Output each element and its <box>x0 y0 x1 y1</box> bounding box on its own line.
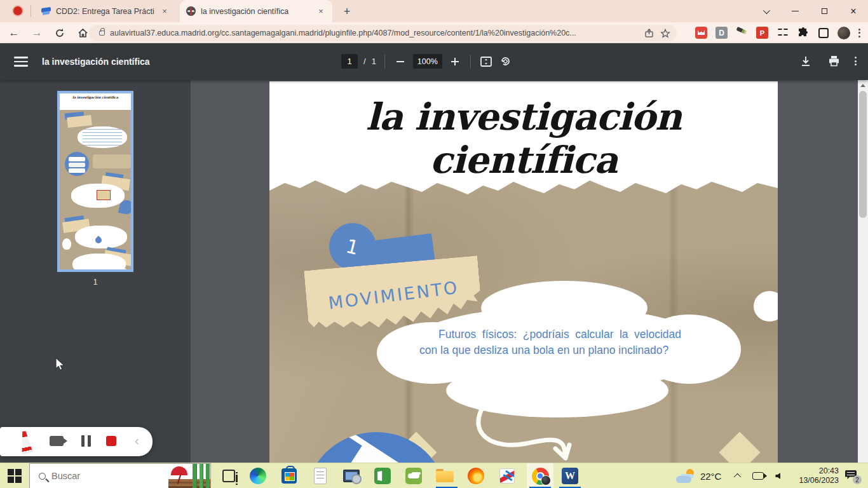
search-input[interactable] <box>51 471 147 481</box>
browser-tab-strip: CDD2: Entrega Tarea Práctica 5 - × la in… <box>0 0 868 22</box>
chevron-up-icon <box>734 473 741 480</box>
clock[interactable]: 20:43 13/06/2023 <box>799 466 839 485</box>
rotate-button[interactable] <box>499 55 513 69</box>
divider <box>470 55 471 69</box>
taskbar-store[interactable] <box>280 467 298 485</box>
taskbar-search[interactable] <box>29 463 211 488</box>
chevron-down-icon <box>763 6 770 13</box>
file-explorer-icon <box>436 469 454 483</box>
meet-now-button[interactable] <box>752 472 764 480</box>
reload-button[interactable] <box>51 24 69 42</box>
taskbar-ebook[interactable] <box>374 467 391 485</box>
url-text: aulavirtual37.educa.madrid.org/cc.santag… <box>110 29 638 37</box>
taskbar-firefox[interactable] <box>467 467 485 485</box>
tab-close-icon[interactable]: × <box>316 6 326 17</box>
chrome-icon <box>532 468 549 485</box>
zoom-out-button[interactable] <box>393 55 407 69</box>
sidebar-toggle-icon[interactable] <box>818 28 829 38</box>
extension-grid-icon[interactable] <box>776 27 789 39</box>
menu-hamburger-icon[interactable] <box>14 57 28 67</box>
page-number-input[interactable] <box>341 54 358 69</box>
camera-toggle-button[interactable] <box>50 436 64 446</box>
document-title: la investigación científica <box>269 95 778 182</box>
forward-button[interactable]: → <box>28 24 46 42</box>
collapse-panel-button[interactable]: ‹ <box>135 433 139 448</box>
page-thumbnail[interactable]: la investigación científica <box>57 91 133 272</box>
weather-widget[interactable]: 22°C <box>676 469 722 483</box>
restore-button[interactable] <box>810 0 839 22</box>
pdf-document-title: la investigación científica <box>42 57 150 67</box>
extension-kami-icon[interactable] <box>695 27 707 39</box>
notification-count-badge: 2 <box>853 475 862 484</box>
volume-button[interactable] <box>775 473 784 479</box>
taskbar-notes[interactable] <box>311 467 329 485</box>
fit-page-button[interactable] <box>479 55 493 69</box>
temperature: 22°C <box>700 471 722 482</box>
share-button[interactable] <box>644 29 654 38</box>
zoom-in-button[interactable] <box>448 55 462 69</box>
download-icon <box>800 55 811 67</box>
notes-icon <box>314 468 327 484</box>
pdf-toolbar-actions <box>799 54 857 68</box>
windows-taskbar: W 22°C 20:43 13/06/2023 2 <box>0 463 868 488</box>
taskbar-chrome[interactable] <box>531 467 549 485</box>
taskbar-edge[interactable] <box>249 467 267 485</box>
tab-investigacion[interactable]: la investigación científica × <box>180 0 332 22</box>
minimize-button[interactable] <box>780 0 810 22</box>
fit-page-icon <box>480 56 492 67</box>
task-view-button[interactable] <box>222 470 235 482</box>
thumbnail-title: la investigación científica <box>60 95 131 99</box>
close-window-button[interactable]: × <box>839 0 868 22</box>
ebook-icon <box>374 468 391 484</box>
pause-recording-button[interactable] <box>81 435 91 447</box>
browser-menu-icon[interactable] <box>858 29 860 37</box>
extension-pdf-icon[interactable]: P <box>756 27 768 39</box>
meet-now-icon <box>752 472 764 480</box>
extension-annotate-icon[interactable] <box>736 27 748 39</box>
taskbar-snipping[interactable] <box>498 467 516 485</box>
lms-favicon <box>41 6 51 16</box>
page-total: 1 <box>372 57 376 66</box>
system-tray: 22°C 20:43 13/06/2023 2 <box>676 463 868 488</box>
extensions-puzzle-button[interactable] <box>797 27 809 39</box>
pdf-page: la investigación científica 1 MOVIMIENTO… <box>269 81 778 463</box>
restore-icon <box>822 8 827 14</box>
taskbar-cloud-app[interactable] <box>405 467 423 485</box>
rotate-icon <box>499 55 512 67</box>
print-icon <box>828 55 840 67</box>
new-tab-button[interactable]: + <box>341 5 353 18</box>
thumbnail-panel: la investigación científica <box>0 80 191 463</box>
tab-title: CDD2: Entrega Tarea Práctica 5 - <box>56 7 154 16</box>
extension-deepl-icon[interactable]: D <box>715 27 728 39</box>
url-field[interactable]: aulavirtual37.educa.madrid.org/cc.santag… <box>89 25 677 41</box>
more-options-icon[interactable] <box>855 57 857 65</box>
scroll-up-icon[interactable] <box>858 80 868 90</box>
tab-cdd2[interactable]: CDD2: Entrega Tarea Práctica 5 - × <box>35 0 176 22</box>
tab-close-icon[interactable]: × <box>159 6 170 17</box>
tab-search-button[interactable] <box>751 0 780 22</box>
stop-recording-button[interactable] <box>106 436 116 446</box>
tray-expand-button[interactable] <box>736 473 741 478</box>
start-button[interactable] <box>8 469 22 483</box>
divider <box>384 55 385 69</box>
scrollbar-thumb[interactable] <box>859 91 867 218</box>
zoom-level-display[interactable]: 100% <box>413 54 442 69</box>
viewer-scrollbar[interactable] <box>858 80 868 463</box>
taskbar-file-explorer[interactable] <box>436 467 454 485</box>
taskbar-remote-desktop[interactable] <box>342 467 360 485</box>
profile-avatar[interactable] <box>837 27 850 39</box>
bookmark-button[interactable] <box>660 29 670 38</box>
tab-title: la investigación científica <box>201 7 311 16</box>
back-button[interactable]: ← <box>5 24 23 42</box>
divider <box>31 5 31 17</box>
extensions-area: D P <box>695 22 868 43</box>
recorder-badge-icon <box>541 475 551 485</box>
notification-center-button[interactable]: 2 <box>845 470 859 482</box>
umbrella-icon <box>171 466 187 475</box>
taskbar-word[interactable]: W <box>561 467 579 485</box>
recorder-logo-icon <box>16 430 37 456</box>
print-button[interactable] <box>827 54 841 68</box>
download-button[interactable] <box>799 54 813 68</box>
recording-indicator <box>13 6 22 15</box>
window-controls: × <box>751 0 868 22</box>
